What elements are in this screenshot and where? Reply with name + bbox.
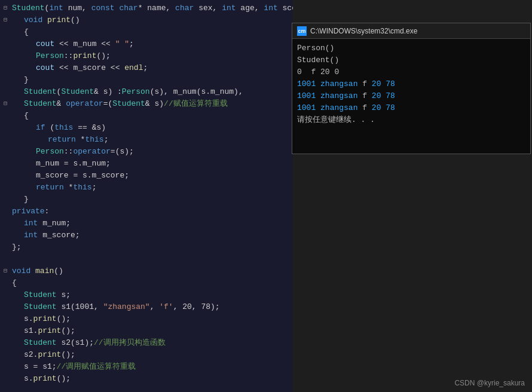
line-text: return *this;: [11, 134, 293, 146]
code-line: Student s1(1001, "zhangsan", 'f', 20, 78…: [0, 301, 293, 313]
cmd-output-line: 0 f 20 0: [297, 66, 525, 78]
code-line: return *this;: [0, 182, 293, 194]
code-line: m_score = s.m_score;: [0, 170, 293, 182]
line-text: cout << m_score << endl;: [11, 62, 293, 74]
line-text: s.print();: [11, 313, 293, 325]
line-text: {: [11, 110, 293, 122]
line-text: [11, 253, 293, 265]
code-line: {: [0, 26, 293, 38]
code-line: }: [0, 74, 293, 86]
line-text: Person::operator=(s);: [11, 146, 293, 158]
line-text: s = s1;//调用赋值运算符重载: [11, 361, 293, 373]
line-text: if (this == &s): [11, 122, 293, 134]
code-line: cout << m_score << endl;: [0, 62, 293, 74]
cmd-output-line: Student(): [297, 54, 525, 66]
code-line: m_num = s.m_num;: [0, 158, 293, 170]
line-text: m_score = s.m_score;: [11, 170, 293, 182]
line-text: cout << m_num << " ";: [11, 38, 293, 50]
line-text: s1.print();: [11, 325, 293, 337]
cmd-icon: cm: [297, 26, 307, 36]
cmd-output-line: Person(): [297, 42, 525, 54]
code-line: if (this == &s): [0, 122, 293, 134]
cmd-output: Person()Student()0 f 20 01001 zhangsan f…: [292, 39, 530, 130]
cmd-output-line: 1001 zhangsan f 20 78: [297, 90, 525, 102]
code-line: Person::print();: [0, 50, 293, 62]
line-text: return *this;: [11, 182, 293, 194]
cmd-output-line: 请按任意键继续. . .: [297, 114, 525, 126]
line-text: void main(): [11, 265, 293, 277]
line-text: Student s2(s1);//调用拷贝构造函数: [11, 337, 293, 349]
line-text: s.print();: [11, 373, 293, 385]
line-text: Student(int num, const char* name, char …: [11, 2, 293, 14]
line-text: Student s;: [11, 289, 293, 301]
code-line: s1.print();: [0, 325, 293, 337]
line-gutter[interactable]: ⊟: [0, 98, 11, 110]
csdn-watermark: CSDN @kyrie_sakura: [454, 379, 525, 387]
line-text: {: [11, 277, 293, 289]
code-line: ⊟void print(): [0, 14, 293, 26]
line-text: int m_score;: [11, 229, 293, 241]
line-gutter[interactable]: ⊟: [0, 2, 11, 14]
code-line: int m_score;: [0, 229, 293, 241]
cmd-titlebar: cm C:\WINDOWS\system32\cmd.exe: [292, 23, 530, 39]
code-line: }: [0, 194, 293, 206]
code-line: {: [0, 277, 293, 289]
code-line: {: [0, 110, 293, 122]
code-line: ⊟Student& operator=(Student& s)//赋值运算符重载: [0, 98, 293, 110]
line-text: m_num = s.m_num;: [11, 158, 293, 170]
code-line: s = s1;//调用赋值运算符重载: [0, 361, 293, 373]
line-text: int m_num;: [11, 218, 293, 229]
code-line: Student s;: [0, 289, 293, 301]
code-line: Student s2(s1);//调用拷贝构造函数: [0, 337, 293, 349]
code-line: ⊟void main(): [0, 265, 293, 277]
code-line: [0, 253, 293, 265]
cmd-output-line: 1001 zhangsan f 20 78: [297, 78, 525, 90]
line-text: Student s1(1001, "zhangsan", 'f', 20, 78…: [11, 301, 293, 313]
line-text: Student& operator=(Student& s)//赋值运算符重载: [11, 98, 293, 110]
code-line: s2.print();: [0, 349, 293, 361]
line-text: Student(Student& s) :Person(s), m_num(s.…: [11, 86, 293, 98]
code-editor: ⊟Student(int num, const char* name, char…: [0, 0, 293, 392]
code-line: cout << m_num << " ";: [0, 38, 293, 50]
line-text: private:: [11, 206, 293, 218]
cmd-output-line: 1001 zhangsan f 20 78: [297, 102, 525, 114]
code-line: return *this;: [0, 134, 293, 146]
code-lines: ⊟Student(int num, const char* name, char…: [0, 0, 293, 387]
line-text: {: [11, 26, 293, 38]
code-line: private:: [0, 206, 293, 218]
line-text: }: [11, 194, 293, 206]
line-text: void print(): [11, 14, 293, 26]
line-gutter[interactable]: ⊟: [0, 265, 11, 277]
cmd-title: C:\WINDOWS\system32\cmd.exe: [310, 27, 417, 35]
code-line: Person::operator=(s);: [0, 146, 293, 158]
line-text: }: [11, 74, 293, 86]
code-line: s.print();: [0, 373, 293, 385]
line-gutter[interactable]: ⊟: [0, 14, 11, 26]
code-line: s.print();: [0, 313, 293, 325]
code-line: ⊟Student(int num, const char* name, char…: [0, 2, 293, 14]
line-text: Person::print();: [11, 50, 293, 62]
line-text: };: [11, 241, 293, 253]
code-line: };: [0, 241, 293, 253]
cmd-panel: cm C:\WINDOWS\system32\cmd.exe Person()S…: [292, 23, 531, 154]
code-line: int m_num;: [0, 218, 293, 229]
code-line: Student(Student& s) :Person(s), m_num(s.…: [0, 86, 293, 98]
line-text: s2.print();: [11, 349, 293, 361]
